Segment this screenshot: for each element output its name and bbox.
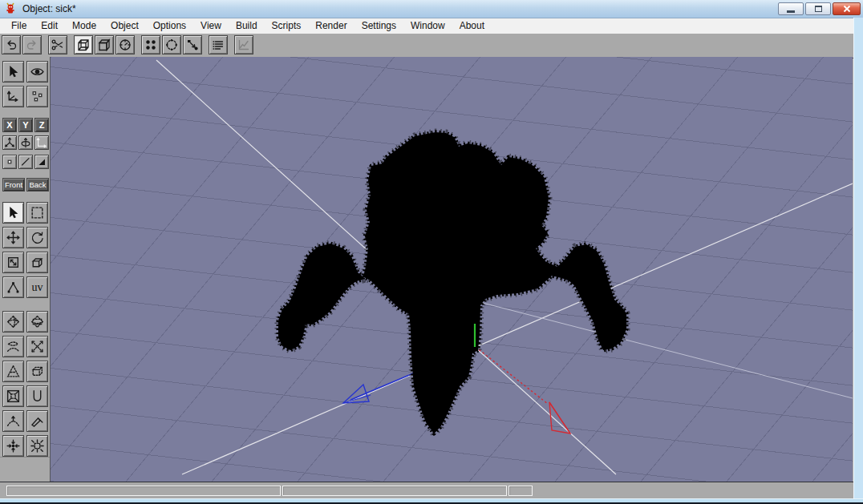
move-3d-axes-button[interactable] — [2, 135, 17, 150]
inset-faces-tool-button[interactable] — [2, 385, 24, 407]
object-list-button[interactable] — [209, 35, 228, 54]
point-mode-button[interactable] — [2, 155, 17, 169]
edge-mode-icon — [19, 155, 32, 168]
menu-edit[interactable]: Edit — [34, 18, 65, 34]
undo-icon — [4, 38, 18, 52]
axis-x-toggle[interactable]: X — [2, 118, 17, 132]
menu-mode[interactable]: Mode — [65, 18, 103, 34]
face-mode-button[interactable] — [34, 155, 49, 169]
axis-z-toggle[interactable]: Z — [34, 118, 49, 132]
bridge-u-tool-button[interactable] — [26, 385, 48, 407]
stretch-tool-button[interactable] — [26, 336, 48, 357]
rotate-3d-axes-button[interactable] — [18, 135, 33, 150]
wireframe-cube-icon — [76, 38, 91, 52]
vertex-angle-icon — [6, 280, 21, 295]
status-bar — [0, 482, 854, 499]
subdivide-sphere-b-button[interactable] — [26, 311, 48, 333]
select-cursor-button[interactable] — [2, 61, 24, 83]
viewport-3d[interactable] — [51, 57, 853, 482]
knife-cut-tool-button[interactable] — [26, 410, 48, 432]
twist-icon — [6, 339, 21, 354]
back-view-button[interactable]: Back — [26, 178, 49, 192]
marquee-select-button[interactable] — [26, 202, 48, 224]
stretch-icon — [30, 339, 45, 354]
maximize-icon — [815, 6, 822, 12]
minimize-button[interactable] — [778, 2, 804, 15]
rotate-view-dial-button[interactable] — [115, 35, 135, 54]
expand-faces-tool-button[interactable] — [26, 435, 48, 457]
menu-object[interactable]: Object — [103, 18, 146, 34]
axis-y-toggle[interactable]: Y — [18, 118, 33, 132]
material-dots-button[interactable] — [141, 35, 160, 54]
back-label: Back — [29, 180, 46, 189]
bump-arc-tool-button[interactable] — [2, 410, 24, 432]
move-tool-button[interactable] — [2, 227, 24, 248]
extrude-cube-tool-button[interactable] — [26, 252, 48, 273]
status-panel-3 — [508, 486, 533, 496]
maximize-button[interactable] — [805, 2, 831, 15]
merge-points-tool-button[interactable] — [2, 435, 24, 457]
close-icon — [843, 5, 851, 13]
edge-mode-button[interactable] — [18, 155, 33, 169]
model-silhouette[interactable] — [278, 132, 626, 433]
twist-tool-button[interactable] — [2, 336, 24, 357]
subdivide-sphere-a-button[interactable] — [2, 311, 24, 333]
points-icon — [30, 89, 45, 104]
menu-options[interactable]: Options — [146, 18, 193, 34]
four-dots-icon — [144, 38, 158, 52]
uv-tool-button[interactable]: uv — [26, 276, 48, 298]
title-bar[interactable]: Object: sick* — [0, 0, 863, 18]
app-icon — [4, 2, 17, 15]
taper-cone-tool-button[interactable] — [2, 361, 24, 382]
window-title: Object: sick* — [22, 3, 76, 14]
local-axes-button[interactable] — [34, 135, 49, 150]
menu-view[interactable]: View — [193, 18, 229, 34]
select-arrow-icon — [6, 205, 21, 220]
rotate-3d-axes-icon — [19, 136, 32, 149]
subdivide-sphere-b-icon — [30, 314, 45, 329]
menu-build[interactable]: Build — [229, 18, 265, 34]
move-arrows-icon — [6, 230, 21, 245]
menu-scripts[interactable]: Scripts — [265, 18, 309, 34]
bump-arc-icon — [6, 413, 21, 429]
point-mode-icon — [3, 155, 16, 168]
scale-icon — [6, 255, 21, 270]
scissors-icon — [51, 38, 65, 52]
undo-button[interactable] — [2, 35, 21, 54]
cut-button[interactable] — [48, 35, 67, 54]
rotate-tool-button[interactable] — [26, 227, 48, 248]
wireframe-view-button[interactable] — [74, 35, 93, 54]
vertex-angle-tool-button[interactable] — [2, 276, 24, 298]
snap-arrow-button[interactable] — [183, 35, 202, 54]
menu-bar: File Edit Mode Object Options View Build… — [0, 18, 854, 34]
scale-tool-button[interactable] — [2, 252, 24, 273]
front-label: Front — [5, 180, 22, 189]
local-axes-icon — [35, 136, 48, 149]
menu-render[interactable]: Render — [308, 18, 354, 34]
world-axes-button[interactable] — [2, 86, 24, 107]
extrude-cube-icon — [30, 255, 45, 270]
front-view-button[interactable]: Front — [2, 178, 25, 192]
close-button[interactable] — [833, 2, 861, 15]
inflate-box-tool-button[interactable] — [26, 361, 48, 382]
inflate-box-icon — [30, 364, 45, 379]
cursor-arrow-icon — [6, 64, 21, 79]
bridge-u-icon — [30, 389, 45, 404]
menu-window[interactable]: Window — [403, 18, 452, 34]
solid-view-button[interactable] — [95, 35, 114, 54]
sphere-select-button[interactable] — [162, 35, 181, 54]
face-mode-icon — [35, 155, 48, 168]
menu-about[interactable]: About — [452, 18, 492, 34]
menu-file[interactable]: File — [4, 18, 34, 34]
graph-editor-button[interactable] — [234, 35, 253, 54]
select-arrow-button[interactable] — [2, 202, 24, 224]
menu-settings[interactable]: Settings — [355, 18, 403, 34]
visibility-button[interactable] — [26, 61, 48, 83]
dashed-sphere-icon — [164, 38, 179, 52]
arrow-to-point-icon — [185, 38, 200, 52]
x-axis-arrowhead-rib — [549, 402, 570, 433]
redo-button[interactable] — [22, 35, 42, 54]
top-toolbar — [0, 34, 854, 58]
show-points-button[interactable] — [26, 86, 48, 107]
status-panel-2 — [282, 486, 507, 496]
